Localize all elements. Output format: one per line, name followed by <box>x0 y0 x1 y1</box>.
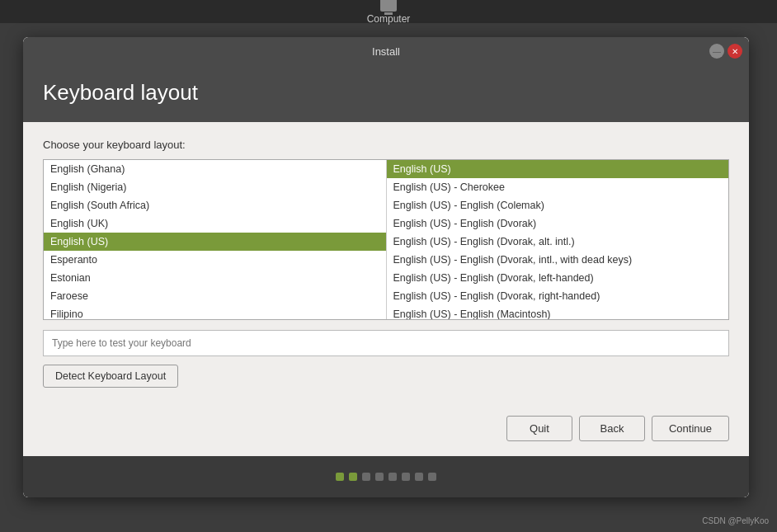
list-item[interactable]: English (US) - English (Dvorak) <box>387 214 729 233</box>
watermark: CSDN @PellyKoo <box>702 516 769 525</box>
progress-dot-4 <box>388 473 397 481</box>
progress-dot-7 <box>428 473 436 481</box>
list-item[interactable]: English (UK) <box>44 214 386 233</box>
list-item[interactable]: English (US) <box>387 160 729 178</box>
header-section: Keyboard layout <box>23 65 749 122</box>
list-item[interactable]: Esperanto <box>44 251 386 269</box>
keyboard-test-input[interactable] <box>43 330 729 356</box>
progress-dot-6 <box>415 473 423 481</box>
progress-bar <box>23 456 749 497</box>
minimize-button[interactable]: — <box>709 44 724 59</box>
desktop: Computer Install — ✕ Keyboard layout Cho… <box>0 0 777 532</box>
quit-button[interactable]: Quit <box>506 416 572 441</box>
taskbar-top: Computer <box>0 0 777 23</box>
list-item[interactable]: Faroese <box>44 287 386 305</box>
choose-label: Choose your keyboard layout: <box>43 139 729 151</box>
title-bar: Install — ✕ <box>23 37 749 65</box>
back-button[interactable]: Back <box>579 416 645 441</box>
taskbar-computer[interactable]: Computer <box>367 0 411 25</box>
keyboard-layout-list[interactable]: English (Ghana)English (Nigeria)English … <box>44 160 387 319</box>
lists-container: English (Ghana)English (Nigeria)English … <box>43 159 729 320</box>
list-item[interactable]: Filipino <box>44 305 386 319</box>
computer-label: Computer <box>367 13 411 25</box>
window-controls: — ✕ <box>709 44 742 59</box>
close-button[interactable]: ✕ <box>728 44 742 59</box>
computer-icon <box>380 0 397 12</box>
detect-keyboard-button[interactable]: Detect Keyboard Layout <box>43 365 178 388</box>
main-content: Choose your keyboard layout: English (Gh… <box>23 122 749 404</box>
progress-dot-1 <box>349 473 357 481</box>
list-item[interactable]: English (South Africa) <box>44 196 386 214</box>
progress-dot-2 <box>362 473 370 481</box>
list-item[interactable]: English (Ghana) <box>44 160 386 178</box>
list-item[interactable]: English (US) - English (Dvorak, left-han… <box>387 269 729 287</box>
list-item[interactable]: English (US) - English (Macintosh) <box>387 305 729 319</box>
install-window: Install — ✕ Keyboard layout Choose your … <box>23 37 749 497</box>
list-item[interactable]: Estonian <box>44 269 386 287</box>
window-title: Install <box>372 45 400 58</box>
bottom-buttons: Quit Back Continue <box>23 404 749 456</box>
keyboard-variant-list[interactable]: English (US)English (US) - CherokeeEngli… <box>387 160 729 319</box>
list-item[interactable]: English (US) - English (Dvorak, alt. int… <box>387 233 729 251</box>
list-item[interactable]: English (US) <box>44 233 386 251</box>
progress-dot-0 <box>336 473 344 481</box>
list-item[interactable]: English (US) - English (Dvorak, intl., w… <box>387 251 729 269</box>
progress-dot-5 <box>402 473 410 481</box>
list-item[interactable]: English (Nigeria) <box>44 178 386 196</box>
list-item[interactable]: English (US) - English (Colemak) <box>387 196 729 214</box>
continue-button[interactable]: Continue <box>652 416 729 441</box>
list-item[interactable]: English (US) - English (Dvorak, right-ha… <box>387 287 729 305</box>
list-item[interactable]: English (US) - Cherokee <box>387 178 729 196</box>
page-title: Keyboard layout <box>43 80 729 106</box>
progress-dot-3 <box>375 473 384 481</box>
